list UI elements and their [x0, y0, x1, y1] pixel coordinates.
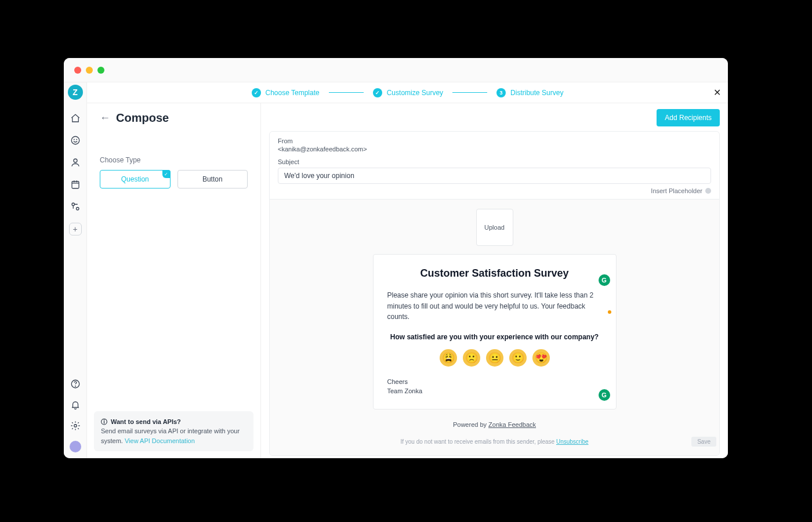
- home-icon[interactable]: [70, 113, 81, 124]
- svg-point-1: [74, 139, 74, 140]
- svg-point-3: [74, 159, 77, 162]
- type-question-label: Question: [121, 175, 149, 183]
- step-divider: [452, 92, 487, 93]
- titlebar: [64, 58, 728, 82]
- back-arrow-icon[interactable]: ←: [100, 112, 110, 124]
- svg-point-0: [71, 136, 79, 144]
- integration-icon[interactable]: [70, 201, 81, 212]
- subject-input[interactable]: [278, 168, 711, 184]
- from-label: From: [278, 137, 711, 144]
- upload-logo-button[interactable]: Upload: [476, 209, 513, 246]
- svg-point-2: [76, 139, 77, 140]
- email-preview-card: G G Customer Satisfaction Survey Please …: [373, 254, 617, 409]
- save-indicator: Save: [691, 437, 716, 447]
- avatar[interactable]: [70, 441, 81, 452]
- survey-title: Customer Satisfaction Survey: [387, 267, 602, 280]
- page-title: Compose: [116, 111, 169, 125]
- choose-type-label: Choose Type: [100, 156, 248, 164]
- api-doc-link[interactable]: View API Documentation: [125, 437, 195, 444]
- api-info-panel: ⓘ Want to send via APIs? Send email surv…: [94, 411, 253, 452]
- rating-1-very-sad-icon[interactable]: 😩: [440, 349, 457, 367]
- placeholder-help-icon[interactable]: [705, 188, 711, 194]
- help-icon[interactable]: [70, 378, 81, 390]
- step2-label[interactable]: Customize Survey: [387, 89, 443, 97]
- rating-emoji-row: 😩 🙁 😐 🙂 😍: [387, 349, 602, 367]
- user-icon[interactable]: [70, 157, 81, 168]
- close-window-icon[interactable]: [74, 67, 81, 74]
- compose-panel: ← Compose Choose Type Question Button ⓘ …: [87, 103, 261, 458]
- from-value: <kanika@zonkafeedback.com>: [278, 146, 711, 153]
- email-compose-box: From <kanika@zonkafeedback.com> Subject …: [269, 131, 720, 456]
- rating-5-love-icon[interactable]: 😍: [532, 349, 550, 367]
- survey-intro[interactable]: Please share your opinion via this short…: [387, 290, 602, 322]
- step1-label[interactable]: Choose Template: [266, 89, 320, 97]
- svg-point-9: [74, 425, 77, 427]
- svg-rect-4: [72, 182, 79, 188]
- powered-by-text: Powered by: [453, 421, 488, 428]
- type-button-label: Button: [202, 175, 223, 183]
- close-icon[interactable]: ✕: [713, 87, 721, 98]
- rating-3-neutral-icon[interactable]: 😐: [486, 349, 503, 367]
- powered-by-link[interactable]: Zonka Feedback: [488, 421, 536, 428]
- rating-2-sad-icon[interactable]: 🙁: [463, 349, 480, 367]
- maximize-window-icon[interactable]: [97, 67, 104, 74]
- email-canvas: Upload G G Customer Satisfaction Survey …: [270, 199, 719, 455]
- add-recipients-button[interactable]: Add Recipients: [657, 109, 720, 126]
- app-window: Z + ✓ Ch: [64, 58, 728, 458]
- step2-check-icon: ✓: [373, 88, 382, 97]
- subject-label: Subject: [278, 158, 711, 165]
- bell-icon[interactable]: [70, 399, 81, 411]
- email-editor: Add Recipients From <kanika@zonkafeedbac…: [261, 103, 728, 458]
- grammarly-icon[interactable]: G: [599, 389, 610, 401]
- feedback-icon[interactable]: [70, 135, 81, 146]
- insert-placeholder-link[interactable]: Insert Placeholder: [651, 187, 702, 194]
- minimize-window-icon[interactable]: [86, 67, 93, 74]
- step1-check-icon: ✓: [252, 88, 261, 97]
- alert-dot-icon: [608, 310, 611, 314]
- step-divider: [329, 92, 364, 93]
- logo-icon[interactable]: Z: [68, 85, 83, 100]
- stepper: ✓ Choose Template ✓ Customize Survey 3 D…: [87, 82, 728, 103]
- unsub-text: If you do not want to receive emails fro…: [400, 438, 556, 445]
- step3-label[interactable]: Distribute Survey: [510, 89, 563, 97]
- survey-question: How satisfied are you with your experien…: [387, 333, 602, 341]
- info-icon: ⓘ: [101, 417, 107, 427]
- type-question-button[interactable]: Question: [100, 170, 171, 188]
- svg-point-5: [72, 203, 75, 206]
- api-head-text: Want to send via APIs?: [111, 417, 181, 427]
- type-button-button[interactable]: Button: [177, 170, 248, 188]
- step3-number-icon: 3: [496, 88, 506, 97]
- svg-point-8: [75, 386, 75, 386]
- calendar-icon[interactable]: [70, 179, 81, 190]
- svg-point-6: [76, 208, 79, 211]
- unsubscribe-link[interactable]: Unsubscribe: [556, 438, 589, 445]
- add-button[interactable]: +: [69, 223, 82, 235]
- sidebar: Z +: [64, 82, 87, 458]
- signoff-2[interactable]: Team Zonka: [387, 386, 602, 396]
- grammarly-icon[interactable]: G: [599, 274, 610, 286]
- settings-icon[interactable]: [70, 420, 81, 432]
- signoff-1[interactable]: Cheers: [387, 377, 602, 387]
- rating-4-happy-icon[interactable]: 🙂: [509, 349, 527, 367]
